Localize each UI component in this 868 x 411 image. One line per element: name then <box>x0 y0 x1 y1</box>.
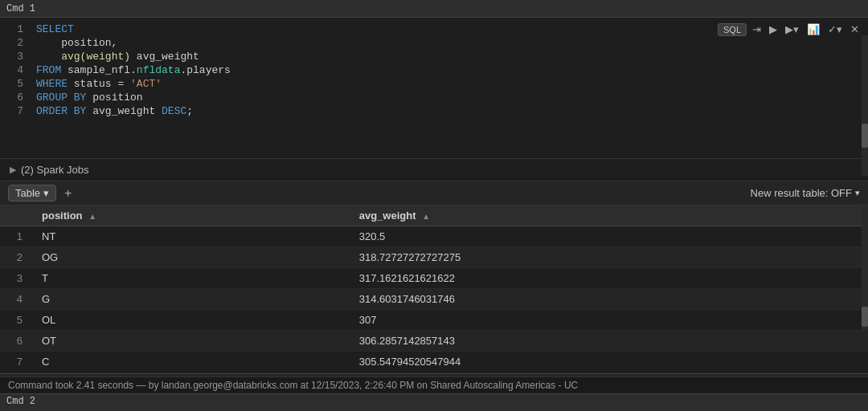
code-line-5: 5 WHERE status = 'ACT' <box>0 77 868 91</box>
cell-rownum: 1 <box>0 226 32 247</box>
tabs-left: Table ▾ + <box>8 185 75 201</box>
code-content-5: WHERE status = 'ACT' <box>36 78 868 90</box>
code-content-6: GROUP BY position <box>36 92 868 104</box>
code-content-3: avg(weight) avg_weight <box>36 51 868 63</box>
line-num-1: 1 <box>0 23 36 35</box>
spark-jobs-label: (2) Spark Jobs <box>21 164 89 176</box>
cell-avg-weight: 306.2857142857143 <box>350 331 868 352</box>
table-row: 6 OT 306.2857142857143 <box>0 331 868 352</box>
cmd-footer: Cmd 2 <box>0 393 868 411</box>
line-num-6: 6 <box>0 92 36 104</box>
cell-position: OL <box>32 310 350 331</box>
cell-position: C <box>32 352 350 367</box>
code-line-2: 2 position, <box>0 36 868 50</box>
line-num-4: 4 <box>0 64 36 76</box>
table-row: 5 OL 307 <box>0 310 868 331</box>
cmd-label: Cmd 1 <box>6 3 35 14</box>
col-header-avg-weight[interactable]: avg_weight ▲ <box>350 206 868 226</box>
editor-scrollbar[interactable] <box>862 35 868 176</box>
code-content-4: FROM sample_nfl.nfldata.players <box>36 64 868 76</box>
add-tab-btn[interactable]: + <box>61 186 75 201</box>
table-row: 2 OG 318.72727272727275 <box>0 247 868 268</box>
cell-position: G <box>32 289 350 310</box>
top-bar: Cmd 1 <box>0 0 868 18</box>
cell-rownum: 2 <box>0 247 32 268</box>
tabs-bar: Table ▾ + New result table: OFF ▾ <box>0 181 868 206</box>
table-row: 3 T 317.1621621621622 <box>0 268 868 289</box>
line-num-3: 3 <box>0 51 36 63</box>
close-btn[interactable]: ✕ <box>848 22 862 36</box>
result-toggle-chevron: ▾ <box>855 188 860 198</box>
spark-jobs-bar[interactable]: ▶ (2) Spark Jobs <box>0 158 868 181</box>
cell-avg-weight: 305.54794520547944 <box>350 352 868 367</box>
line-num-7: 7 <box>0 105 36 117</box>
cell-avg-weight: 320.5 <box>350 226 868 247</box>
table-tab-chevron: ▾ <box>43 187 49 199</box>
chart-btn[interactable]: 📊 <box>805 22 822 36</box>
cell-avg-weight: 317.1621621621622 <box>350 268 868 289</box>
line-num-5: 5 <box>0 78 36 90</box>
cell-position: NT <box>32 226 350 247</box>
sql-toolbar: SQL ⇥ ▶ ▶▾ 📊 ✓▾ ✕ <box>718 22 862 36</box>
main-wrapper: Cmd 1 SQL ⇥ ▶ ▶▾ 📊 ✓▾ ✕ 1 SELECT 2 posit… <box>0 0 868 411</box>
sql-badge: SQL <box>718 23 747 36</box>
table-header-row: position ▲ avg_weight ▲ <box>0 206 868 226</box>
cell-avg-weight: 318.72727272727275 <box>350 247 868 268</box>
table-tab[interactable]: Table ▾ <box>8 185 56 201</box>
command-log: Command took 2.41 seconds — by landan.ge… <box>0 376 868 393</box>
result-toggle-label: New result table: OFF <box>751 187 852 199</box>
footer-label: Cmd 2 <box>6 396 35 407</box>
col-header-rownum <box>0 206 32 226</box>
cell-rownum: 4 <box>0 289 32 310</box>
result-toggle[interactable]: New result table: OFF ▾ <box>751 187 860 199</box>
code-line-7: 7 ORDER BY avg_weight DESC; <box>0 104 868 118</box>
cell-rownum: 7 <box>0 352 32 367</box>
table-body: 1 NT 320.5 2 OG 318.72727272727275 3 T 3… <box>0 226 868 367</box>
check-btn[interactable]: ✓▾ <box>825 22 845 36</box>
code-line-6: 6 GROUP BY position <box>0 91 868 104</box>
table-row: 4 G 314.6031746031746 <box>0 289 868 310</box>
sort-icon-position: ▲ <box>88 212 96 221</box>
run-btn[interactable]: ▶ <box>767 22 780 36</box>
run-prev-btn[interactable]: ⇥ <box>750 22 764 36</box>
cell-position: OT <box>32 331 350 352</box>
cell-position: T <box>32 268 350 289</box>
spark-jobs-chevron: ▶ <box>10 165 16 175</box>
col-header-position[interactable]: position ▲ <box>32 206 350 226</box>
results-table: position ▲ avg_weight ▲ 1 NT 320.5 2 OG … <box>0 206 868 366</box>
sort-icon-avg-weight: ▲ <box>422 212 430 221</box>
cell-position: OG <box>32 247 350 268</box>
cell-rownum: 3 <box>0 268 32 289</box>
table-container: position ▲ avg_weight ▲ 1 NT 320.5 2 OG … <box>0 206 868 366</box>
cell-rownum: 6 <box>0 331 32 352</box>
cell-avg-weight: 314.6031746031746 <box>350 289 868 310</box>
code-content-2: position, <box>36 37 868 49</box>
table-scrollbar[interactable] <box>862 206 868 331</box>
table-row: 7 C 305.54794520547944 <box>0 352 868 367</box>
line-num-2: 2 <box>0 37 36 49</box>
code-line-4: 4 FROM sample_nfl.nfldata.players <box>0 63 868 77</box>
code-line-3: 3 avg(weight) avg_weight <box>0 50 868 63</box>
cell-rownum: 5 <box>0 310 32 331</box>
table-tab-label: Table <box>15 187 40 199</box>
editor-area: SQL ⇥ ▶ ▶▾ 📊 ✓▾ ✕ 1 SELECT 2 position, 3… <box>0 18 868 158</box>
table-row: 1 NT 320.5 <box>0 226 868 247</box>
run-all-btn[interactable]: ▶▾ <box>783 22 801 36</box>
command-log-text: Command took 2.41 seconds — by landan.ge… <box>8 380 578 391</box>
code-content-7: ORDER BY avg_weight DESC; <box>36 105 868 117</box>
cell-avg-weight: 307 <box>350 310 868 331</box>
